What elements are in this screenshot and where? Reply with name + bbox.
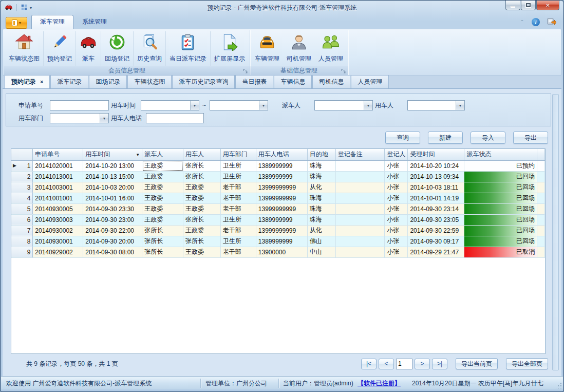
cell[interactable]: 20141003001 [33, 182, 83, 193]
column-header-7[interactable]: 登记备注 [335, 149, 385, 160]
cell[interactable]: 小张 [385, 171, 408, 182]
new-button[interactable]: 新建 [428, 132, 463, 144]
cell[interactable]: 张所长 [142, 225, 183, 236]
cell[interactable] [335, 247, 385, 257]
cell[interactable]: 2014-10-03 18:11 [408, 182, 464, 193]
table-row[interactable]: ▶1201410200012014-10-20 13:00王政委张所长卫生所13… [11, 160, 545, 171]
cell[interactable]: 小张 [385, 247, 408, 257]
cell[interactable]: 2014-10-01 16:00 [83, 193, 142, 203]
last-page-button[interactable]: >| [432, 359, 447, 369]
page-scrollbar[interactable] [552, 94, 559, 370]
cell[interactable]: 老干部 [220, 193, 256, 203]
close-button[interactable]: ✕ [536, 1, 559, 10]
dispatch-status-cell[interactable]: 已回场 [464, 236, 537, 247]
ribbon-button-extend-screen[interactable]: 扩展屏显示 [211, 31, 249, 66]
cell[interactable]: 佛山 [307, 236, 335, 247]
table-row[interactable]: 6201409300032014-09-30 23:00王政委张所长卫生所138… [11, 214, 545, 225]
cell[interactable]: 小张 [385, 193, 408, 203]
export-all-pages-button[interactable]: 导出全部页 [506, 358, 548, 369]
cell[interactable]: 张所长 [142, 247, 183, 257]
dialog-launcher-icon[interactable] [242, 68, 248, 74]
phone-input[interactable] [146, 113, 204, 123]
document-tab-6[interactable]: 车辆信息 [274, 75, 312, 88]
ribbon-tab-system[interactable]: 系统管理 [73, 15, 116, 29]
cell[interactable]: 王政委 [183, 182, 221, 193]
cell[interactable]: 王政委 [142, 171, 183, 182]
customize-toolbar-icon[interactable] [21, 4, 28, 12]
table-row[interactable]: 2201410130012014-10-13 15:00王政委张所长卫生所138… [11, 171, 545, 182]
column-header-6[interactable]: 目的地 [307, 149, 335, 160]
toolbar-dropdown-icon[interactable]: ▾ [30, 6, 32, 10]
cell[interactable]: 卫生所 [220, 160, 256, 171]
column-header-1[interactable]: 用车时间▼ [83, 149, 142, 160]
cell[interactable] [335, 225, 385, 236]
cell[interactable]: 小张 [385, 203, 408, 214]
cell[interactable]: 1389999999 [256, 214, 307, 225]
cell[interactable]: 2014-10-20 13:00 [83, 160, 142, 171]
chevron-down-icon[interactable]: ▼ [259, 101, 268, 110]
cell[interactable]: 2014-09-30 20:00 [83, 236, 142, 247]
cell[interactable]: 小张 [385, 160, 408, 171]
prev-page-button[interactable]: < [379, 359, 394, 369]
query-button[interactable]: 查询 [385, 132, 420, 144]
column-header-0[interactable]: 申请单号 [33, 149, 83, 160]
cell[interactable]: 2014-09-30 08:00 [83, 247, 142, 257]
dispatch-status-cell[interactable]: 已回场 [464, 225, 537, 236]
document-tab-8[interactable]: 人员管理 [351, 75, 389, 88]
column-header-2[interactable]: 派车人 [142, 149, 183, 160]
cell[interactable]: 13999999999 [256, 203, 307, 214]
cell[interactable]: 20140930001 [33, 236, 83, 247]
dispatch-status-cell[interactable]: 已回场 [464, 193, 537, 203]
cell[interactable]: 珠海 [307, 171, 335, 182]
cell[interactable]: 20140929002 [33, 247, 83, 257]
dispatch-status-cell[interactable]: 已回场 [464, 182, 537, 193]
cell[interactable]: 王政委 [142, 193, 183, 203]
dispatch-status-cell[interactable]: 已预约 [464, 160, 537, 171]
cell[interactable]: 珠海 [307, 214, 335, 225]
dispatch-status-cell[interactable]: 已回场 [464, 214, 537, 225]
dispatch-status-cell[interactable]: 已回场 [464, 203, 537, 214]
ribbon-button-home[interactable]: 车辆状态图 [5, 31, 44, 66]
cell[interactable]: 珠海 [307, 193, 335, 203]
table-row[interactable]: 7201409300022014-09-30 22:00张所长王政委老干部139… [11, 225, 545, 236]
column-header-8[interactable]: 登记人 [385, 149, 408, 160]
dialog-launcher-icon[interactable] [341, 68, 346, 74]
cell[interactable]: 珠海 [307, 160, 335, 171]
cell[interactable]: 13900000 [256, 247, 307, 257]
cell[interactable] [335, 236, 385, 247]
table-row[interactable]: 5201409300052014-09-30 23:30王政委王政委老干部139… [11, 203, 545, 214]
cell[interactable]: 2014-09-30 23:14 [408, 203, 464, 214]
cell[interactable]: 王政委 [183, 203, 221, 214]
cell[interactable]: 2014-10-03 20:00 [83, 182, 142, 193]
cell[interactable]: 2014-09-30 22:59 [408, 225, 464, 236]
document-tab-4[interactable]: 派车历史记录查询 [172, 75, 235, 88]
cell[interactable]: 张所长 [183, 160, 221, 171]
document-tab-5[interactable]: 当日报表 [235, 75, 273, 88]
request-no-input[interactable] [50, 100, 109, 110]
application-menu-button[interactable]: ▾ [6, 17, 27, 29]
cell[interactable]: 卫生所 [220, 236, 256, 247]
help-icon[interactable] [547, 17, 556, 27]
cell[interactable] [335, 214, 385, 225]
cell[interactable]: 王政委 [183, 247, 221, 257]
cell[interactable]: 20140930003 [33, 214, 83, 225]
column-header-5[interactable]: 用车人电话 [256, 149, 307, 160]
cell[interactable]: 小张 [385, 214, 408, 225]
cell[interactable] [335, 193, 385, 203]
cell[interactable]: 2014-10-20 10:24 [408, 160, 464, 171]
cell[interactable]: 小张 [385, 225, 408, 236]
ribbon-button-return-register[interactable]: 回场登记 [101, 31, 134, 66]
ribbon-button-today-record[interactable]: 当日派车记录 [166, 31, 211, 66]
dispatch-status-cell[interactable]: 已取消 [464, 247, 537, 257]
cell[interactable]: 王政委 [183, 225, 221, 236]
ribbon-button-dispatch-car[interactable]: 派车 [76, 31, 101, 66]
sort-descending-icon[interactable]: ▼ [136, 153, 140, 157]
maximize-button[interactable] [521, 1, 536, 10]
export-button[interactable]: 导出 [513, 132, 548, 144]
cell[interactable]: 1389999999 [256, 160, 307, 171]
cell[interactable]: 13999999999 [256, 193, 307, 203]
dispatch-status-cell[interactable]: 已回场 [464, 171, 537, 182]
column-header-4[interactable]: 用车部门 [220, 149, 256, 160]
use-time-from-combobox[interactable]: ▼ [141, 100, 199, 110]
close-tab-icon[interactable]: × [40, 79, 43, 85]
